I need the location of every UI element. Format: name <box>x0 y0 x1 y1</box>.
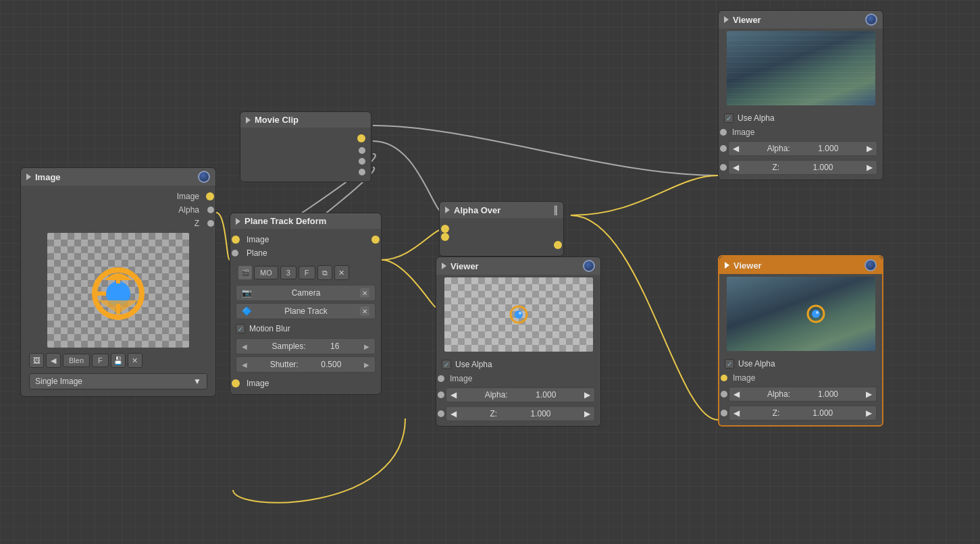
viewer-mid-z-socket[interactable] <box>438 410 444 417</box>
viewer-bot-globe <box>865 259 877 271</box>
mc-out2-socket[interactable] <box>359 147 365 154</box>
copy-btn[interactable]: ⧉ <box>317 265 332 280</box>
ptd-plane-label: Plane <box>247 248 267 258</box>
viewer-bot-alpha-field[interactable]: ◀ Alpha: 1.000 ▶ <box>729 387 877 402</box>
camera-icon: 📷 <box>242 288 252 298</box>
alpha-right-arrow[interactable]: ▶ <box>867 144 873 153</box>
alpha-left-arrow[interactable]: ◀ <box>733 144 739 153</box>
ptd-plane-socket[interactable] <box>232 250 238 256</box>
alpha-left-arrow[interactable]: ◀ <box>733 389 740 399</box>
viewer-top-use-alpha-cb[interactable] <box>724 113 733 123</box>
ptd-image-socket[interactable] <box>232 236 240 244</box>
collapse-arrow[interactable] <box>445 207 450 213</box>
arrow-left-btn[interactable]: ◀ <box>46 353 61 368</box>
z-right-arrow[interactable]: ▶ <box>584 409 590 418</box>
planetrack-label: Plane Track <box>284 306 327 316</box>
image-type-dropdown[interactable]: Single Image ▼ <box>29 373 207 389</box>
viewer-scanlines <box>727 31 875 105</box>
viewer-top-z-row: ◀ Z: 1.000 ▶ <box>724 158 877 177</box>
viewer-top-node: Viewer Use Alpha Image ◀ Alpha: 1.000 ▶ <box>718 10 883 180</box>
collapse-arrow[interactable] <box>246 117 251 124</box>
z-left-arrow[interactable]: ◀ <box>733 408 740 418</box>
alpha-right-arrow[interactable]: ▶ <box>584 390 590 400</box>
viewer-bot-z-field[interactable]: ◀ Z: 1.000 ▶ <box>729 406 877 420</box>
z-right-arrow[interactable]: ▶ <box>867 163 873 172</box>
image-row-label: Image <box>177 192 199 201</box>
z-row-label: Z <box>195 219 199 228</box>
mc-out4-socket[interactable] <box>359 169 365 175</box>
save-btn[interactable]: 💾 <box>111 353 126 368</box>
delete-btn[interactable]: ✕ <box>128 353 143 368</box>
3-btn[interactable]: 3 <box>280 266 296 279</box>
motion-blur-row: Motion Blur <box>236 321 376 336</box>
viewer-bot-use-alpha-cb[interactable] <box>725 359 734 369</box>
ptd-plane-row: Plane <box>236 246 376 260</box>
alpha-output-socket[interactable] <box>207 207 214 213</box>
viewer-mid-alpha-socket[interactable] <box>438 391 444 398</box>
collapse-arrow[interactable] <box>26 173 31 180</box>
image-node: Image Image Alpha Z <box>20 167 216 397</box>
viewer-bot-z-socket[interactable] <box>721 410 727 416</box>
viewer-mid-image-socket[interactable] <box>438 375 444 382</box>
viewer-bot-node: Viewer Use Alpha Image ◀ Alpha: 1.000 ▶ <box>718 255 883 427</box>
frame-btn[interactable]: F <box>92 354 109 367</box>
camera-x-btn[interactable]: ✕ <box>360 288 369 298</box>
planetrack-x-btn[interactable]: ✕ <box>360 306 369 316</box>
collapse-arrow[interactable] <box>442 263 446 269</box>
viewer-top-title: Viewer <box>733 15 761 25</box>
mc-out3-socket[interactable] <box>359 158 365 165</box>
viewer-top-z-field[interactable]: ◀ Z: 1.000 ▶ <box>728 160 877 175</box>
viewer-mid-use-alpha-cb[interactable] <box>442 360 451 369</box>
z-right-arrow[interactable]: ▶ <box>866 408 872 418</box>
ao-out-socket[interactable] <box>554 241 562 249</box>
mo-btn[interactable]: MO <box>254 266 278 279</box>
ptd-image-bottom-socket[interactable] <box>232 379 240 387</box>
f-btn[interactable]: F <box>299 266 315 279</box>
samples-left-arrow[interactable]: ◀ <box>242 343 247 350</box>
alpha-value: 1.000 <box>536 390 556 400</box>
mc-out1-socket[interactable] <box>357 134 365 142</box>
alpha-left-arrow[interactable]: ◀ <box>450 390 457 400</box>
z-left-arrow[interactable]: ◀ <box>450 409 457 418</box>
planetrack-btn[interactable]: 🔷 Plane Track ✕ <box>236 303 376 319</box>
viewer-bot-z-row: ◀ Z: 1.000 ▶ <box>725 404 877 423</box>
ao-in2-socket[interactable] <box>441 233 449 241</box>
viewer-top-alpha-field[interactable]: ◀ Alpha: 1.000 ▶ <box>728 141 877 156</box>
del-btn[interactable]: ✕ <box>334 265 349 280</box>
viewer-top-image-socket[interactable] <box>720 129 727 136</box>
ptd-icon-main[interactable]: 🎬 <box>238 266 252 279</box>
blender-eye-icon <box>505 301 532 328</box>
viewer-bot-image-socket[interactable] <box>721 375 727 381</box>
movieclip-node: Movie Clip <box>240 111 371 182</box>
z-left-arrow[interactable]: ◀ <box>733 163 739 172</box>
samples-right-arrow[interactable]: ▶ <box>364 343 369 350</box>
viewer-mid-alpha-field[interactable]: ◀ Alpha: 1.000 ▶ <box>446 387 595 402</box>
ptd-image-bottom-row: Image <box>236 377 376 390</box>
alpha-right-arrow[interactable]: ▶ <box>866 389 872 399</box>
alphaover-handle[interactable]: ‖ <box>553 205 558 215</box>
image-type-icon[interactable]: 🖼 <box>29 353 44 368</box>
viewer-mid-z-field[interactable]: ◀ Z: 1.000 ▶ <box>446 406 595 421</box>
shutter-left-arrow[interactable]: ◀ <box>242 361 247 369</box>
camera-btn[interactable]: 📷 Camera ✕ <box>236 285 376 301</box>
ptd-btn-row: 🎬 MO 3 F ⧉ ✕ <box>236 263 376 283</box>
z-output-socket[interactable] <box>207 220 214 227</box>
image-btn-row: 🖼 ◀ Blen F 💾 ✕ <box>26 350 210 371</box>
shutter-right-arrow[interactable]: ▶ <box>364 361 369 369</box>
collapse-arrow[interactable] <box>236 218 240 225</box>
viewer-top-z-socket[interactable] <box>720 164 727 171</box>
ptd-image-out-socket[interactable] <box>371 236 380 244</box>
collapse-arrow[interactable] <box>725 262 729 269</box>
motion-blur-checkbox[interactable] <box>236 324 245 333</box>
ao-in1-socket[interactable] <box>441 225 449 233</box>
ptd-image-row: Image <box>236 233 376 246</box>
viewer-bot-alpha-socket[interactable] <box>721 391 727 398</box>
viewer-top-alpha-socket[interactable] <box>720 145 727 152</box>
blend-btn[interactable]: Blen <box>63 354 90 367</box>
ao-in2-row <box>445 233 558 241</box>
viewer-top-use-alpha-row: Use Alpha <box>724 111 877 126</box>
samples-field[interactable]: ◀ Samples: 16 ▶ <box>236 338 376 354</box>
image-output-socket[interactable] <box>206 192 214 200</box>
shutter-field[interactable]: ◀ Shutter: 0.500 ▶ <box>236 356 376 373</box>
collapse-arrow[interactable] <box>724 16 729 23</box>
